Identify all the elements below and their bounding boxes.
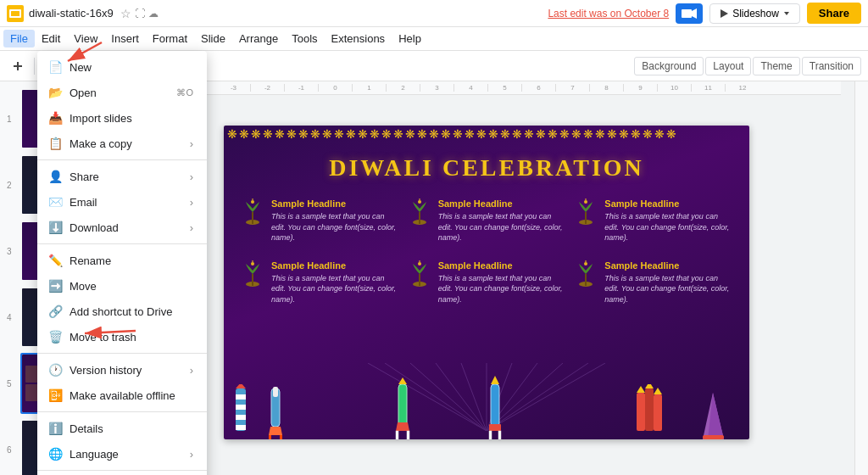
move-menu-icon: ➡️ — [47, 278, 63, 293]
menu-extensions[interactable]: Extensions — [325, 30, 392, 48]
menu-new[interactable]: 📄 New — [37, 54, 207, 80]
menu-bar: File Edit View Insert Format Slide Arran… — [0, 27, 868, 51]
document-title[interactable]: diwali-static-16x9 — [29, 7, 114, 20]
svg-rect-50 — [280, 435, 282, 439]
toolbar-background[interactable]: Background — [634, 57, 704, 75]
toolbar-layout[interactable]: Layout — [705, 57, 751, 75]
cell-body-3[interactable]: This is a sample text that you can edit.… — [604, 211, 732, 243]
menu-trash[interactable]: 🗑️ Move to trash — [37, 324, 207, 349]
menu-edit[interactable]: Edit — [35, 30, 67, 48]
menu-slide[interactable]: Slide — [194, 30, 232, 48]
menu-shortcut[interactable]: 🔗 Add shortcut to Drive — [37, 299, 207, 324]
separator-4 — [37, 411, 207, 412]
svg-line-44 — [487, 363, 588, 431]
menu-language[interactable]: 🌐 Language › — [37, 441, 207, 467]
menu-view[interactable]: View — [67, 30, 104, 48]
cell-body-1[interactable]: This is a sample text that you can edit.… — [271, 211, 399, 243]
svg-rect-20 — [585, 212, 587, 224]
menu-email[interactable]: ✉️ Email › — [37, 189, 207, 215]
svg-rect-54 — [396, 431, 398, 439]
svg-line-45 — [487, 363, 605, 431]
move-icon[interactable]: ⛶ — [135, 8, 145, 20]
svg-point-29 — [418, 262, 421, 265]
cell-body-5[interactable]: This is a sample text that you can edit.… — [438, 273, 566, 305]
cell-headline-5[interactable]: Sample Headline — [438, 260, 566, 271]
svg-point-21 — [584, 200, 587, 204]
menu-details-label: Details — [70, 422, 193, 435]
canvas-area: -3 -2 -1 0 1 2 3 4 5 6 7 8 9 10 11 12 — [119, 81, 854, 475]
menu-download[interactable]: ⬇️ Download › — [37, 215, 207, 240]
svg-rect-12 — [252, 212, 253, 224]
camera-icon[interactable] — [676, 3, 703, 24]
svg-line-36 — [385, 363, 487, 431]
share-button[interactable]: Share — [807, 3, 861, 24]
svg-rect-61 — [637, 393, 645, 431]
content-grid-row2: Sample Headline This is a sample text th… — [224, 254, 749, 312]
svg-rect-58 — [489, 424, 501, 431]
svg-rect-62 — [645, 388, 654, 431]
svg-rect-71 — [236, 394, 246, 400]
title-bar-right: Last edit was on October 8 Slideshow Sha… — [548, 3, 861, 24]
menu-arrange[interactable]: Arrange — [232, 30, 285, 48]
svg-rect-24 — [252, 274, 253, 286]
cell-headline-6[interactable]: Sample Headline — [604, 260, 732, 271]
svg-marker-53 — [396, 422, 409, 431]
content-cell-5[interactable]: Sample Headline This is a sample text th… — [408, 260, 566, 305]
menu-details[interactable]: ℹ️ Details — [37, 416, 207, 441]
menu-import[interactable]: 📥 Import slides — [37, 105, 207, 131]
toolbar-transition[interactable]: Transition — [802, 57, 861, 75]
svg-rect-2 — [11, 11, 19, 16]
cell-body-4[interactable]: This is a sample text that you can edit.… — [271, 273, 399, 305]
open-shortcut: ⌘O — [176, 87, 193, 98]
slideshow-button[interactable]: Slideshow — [709, 3, 800, 24]
diya-icon-2 — [408, 198, 431, 232]
play-icon — [719, 8, 729, 19]
content-cell-4[interactable]: Sample Headline This is a sample text th… — [241, 260, 399, 305]
menu-email-label: Email — [70, 196, 183, 209]
menu-new-label: New — [70, 61, 193, 74]
menu-rename[interactable]: ✏️ Rename — [37, 248, 207, 273]
last-edit-label: Last edit was on October 8 — [548, 8, 669, 20]
menu-copy[interactable]: 📋 Make a copy › — [37, 131, 207, 156]
share-arrow: › — [190, 170, 193, 183]
toolbar-theme[interactable]: Theme — [753, 57, 799, 75]
email-icon: ✉️ — [47, 194, 63, 210]
svg-rect-72 — [236, 405, 246, 410]
diya-icon-6 — [574, 260, 598, 294]
language-icon: 🌐 — [47, 446, 63, 461]
menu-open[interactable]: 📂 Open ⌘O — [37, 80, 207, 105]
svg-marker-67 — [703, 393, 724, 439]
cell-body-2[interactable]: This is a sample text that you can edit.… — [438, 211, 566, 243]
svg-marker-48 — [269, 427, 282, 435]
menu-offline[interactable]: 📴 Make available offline — [37, 383, 207, 408]
menu-share[interactable]: 👤 Share › — [37, 164, 207, 189]
content-cell-2[interactable]: Sample Headline This is a sample text th… — [408, 198, 566, 243]
menu-help[interactable]: Help — [392, 30, 428, 48]
slide-num-2: 2 — [7, 181, 12, 190]
svg-rect-46 — [271, 388, 280, 427]
menu-move[interactable]: ➡️ Move — [37, 273, 207, 299]
menu-tools[interactable]: Tools — [285, 30, 324, 48]
cell-body-6[interactable]: This is a sample text that you can edit.… — [604, 273, 732, 305]
download-icon: ⬇️ — [47, 220, 63, 235]
cell-headline-1[interactable]: Sample Headline — [271, 198, 399, 209]
plus-icon — [12, 60, 24, 72]
toolbar-add-btn[interactable] — [7, 58, 29, 75]
menu-file[interactable]: File — [3, 30, 35, 48]
cell-headline-3[interactable]: Sample Headline — [604, 198, 732, 209]
cell-headline-2[interactable]: Sample Headline — [438, 198, 566, 209]
slide-num-5: 5 — [7, 379, 12, 388]
slide-num-4: 4 — [7, 313, 12, 322]
details-icon: ℹ️ — [47, 421, 63, 436]
menu-version[interactable]: 🕐 Version history › — [37, 357, 207, 383]
menu-format[interactable]: Format — [146, 30, 194, 48]
fireworks-area — [224, 363, 749, 439]
content-cell-3[interactable]: Sample Headline This is a sample text th… — [574, 198, 732, 243]
star-icon[interactable]: ☆ — [120, 7, 131, 20]
slide-title[interactable]: DIWALI CELEBRATION — [224, 139, 749, 192]
cell-headline-4[interactable]: Sample Headline — [271, 260, 399, 271]
content-cell-6[interactable]: Sample Headline This is a sample text th… — [574, 260, 732, 305]
content-cell-1[interactable]: Sample Headline This is a sample text th… — [241, 198, 399, 243]
slide-canvas[interactable]: ❋❋ ❋❋ ❋❋ ❋❋ ❋❋ ❋❋ ❋❋ ❋❋ ❋❋ ❋❋ ❋❋ ❋❋ ❋❋ ❋… — [224, 126, 749, 439]
menu-insert[interactable]: Insert — [104, 30, 146, 48]
